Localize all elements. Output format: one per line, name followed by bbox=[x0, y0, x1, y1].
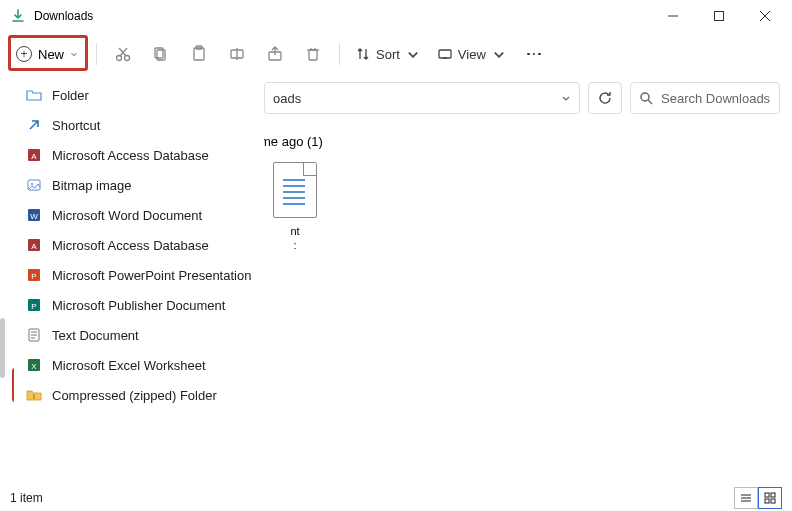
sort-icon bbox=[356, 47, 370, 61]
menu-item-shortcut[interactable]: Shortcut bbox=[14, 110, 264, 140]
refresh-button[interactable] bbox=[588, 82, 622, 114]
svg-text:P: P bbox=[31, 272, 36, 281]
svg-line-7 bbox=[119, 48, 126, 56]
download-icon bbox=[10, 8, 26, 24]
close-button[interactable] bbox=[742, 0, 788, 32]
view-icon bbox=[438, 47, 452, 61]
search-placeholder: Search Downloads bbox=[661, 91, 770, 106]
minimize-button[interactable] bbox=[650, 0, 696, 32]
menu-item-excel[interactable]: X Microsoft Excel Worksheet bbox=[14, 350, 264, 380]
svg-rect-39 bbox=[33, 394, 35, 399]
menu-item-label: Shortcut bbox=[52, 118, 100, 133]
svg-rect-54 bbox=[771, 499, 775, 503]
more-button[interactable] bbox=[516, 37, 552, 71]
nav-scrollbar[interactable] bbox=[0, 318, 5, 378]
paste-button[interactable] bbox=[181, 37, 217, 71]
view-toggles bbox=[734, 487, 782, 509]
address-bar[interactable]: oads bbox=[264, 82, 580, 114]
menu-item-label: Microsoft Publisher Document bbox=[52, 298, 225, 313]
search-input[interactable]: Search Downloads bbox=[630, 82, 780, 114]
shortcut-icon bbox=[26, 117, 42, 133]
image-icon bbox=[26, 177, 42, 193]
svg-text:P: P bbox=[31, 302, 36, 311]
svg-point-4 bbox=[117, 56, 122, 61]
document-icon bbox=[273, 162, 317, 218]
publisher-icon: P bbox=[26, 297, 42, 313]
folder-icon bbox=[26, 87, 42, 103]
sort-label: Sort bbox=[376, 47, 400, 62]
menu-item-label: Microsoft Word Document bbox=[52, 208, 202, 223]
details-view-toggle[interactable] bbox=[734, 487, 758, 509]
zip-icon bbox=[26, 387, 42, 403]
menu-item-text[interactable]: Text Document bbox=[14, 320, 264, 350]
cut-button[interactable] bbox=[105, 37, 141, 71]
svg-point-40 bbox=[641, 93, 649, 101]
menu-item-label: Microsoft Access Database bbox=[52, 238, 209, 253]
title-bar: Downloads bbox=[0, 0, 792, 32]
text-icon bbox=[26, 327, 42, 343]
delete-button[interactable] bbox=[295, 37, 331, 71]
svg-rect-1 bbox=[715, 12, 724, 21]
menu-item-label: Folder bbox=[52, 88, 89, 103]
menu-item-label: Microsoft Access Database bbox=[52, 148, 209, 163]
rename-button[interactable] bbox=[219, 37, 255, 71]
maximize-button[interactable] bbox=[696, 0, 742, 32]
access-icon: A bbox=[26, 237, 42, 253]
share-button[interactable] bbox=[257, 37, 293, 71]
svg-point-24 bbox=[31, 183, 33, 185]
svg-rect-10 bbox=[194, 48, 204, 60]
menu-item-zip[interactable]: Compressed (zipped) Folder bbox=[14, 380, 264, 410]
svg-rect-51 bbox=[765, 493, 769, 497]
toolbar: + New Sort View bbox=[0, 32, 792, 76]
status-bar: 1 item bbox=[0, 485, 792, 511]
chevron-down-icon bbox=[406, 47, 420, 61]
powerpoint-icon: P bbox=[26, 267, 42, 283]
new-menu: Folder Shortcut A Microsoft Access Datab… bbox=[14, 80, 264, 410]
highlight-new-button bbox=[8, 35, 88, 71]
view-button[interactable]: View bbox=[430, 37, 514, 71]
menu-item-label: Compressed (zipped) Folder bbox=[52, 388, 217, 403]
chevron-down-icon[interactable] bbox=[561, 93, 571, 103]
menu-item-folder[interactable]: Folder bbox=[14, 80, 264, 110]
svg-text:A: A bbox=[31, 242, 37, 251]
svg-point-5 bbox=[125, 56, 130, 61]
menu-item-access[interactable]: A Microsoft Access Database bbox=[14, 140, 264, 170]
menu-item-publisher[interactable]: P Microsoft Publisher Document bbox=[14, 290, 264, 320]
menu-item-label: Text Document bbox=[52, 328, 139, 343]
menu-item-bitmap[interactable]: Bitmap image bbox=[14, 170, 264, 200]
svg-text:X: X bbox=[31, 362, 37, 371]
svg-rect-52 bbox=[771, 493, 775, 497]
menu-item-access[interactable]: A Microsoft Access Database bbox=[14, 230, 264, 260]
svg-text:W: W bbox=[30, 212, 38, 221]
menu-item-label: Bitmap image bbox=[52, 178, 131, 193]
svg-line-6 bbox=[120, 48, 127, 56]
excel-icon: X bbox=[26, 357, 42, 373]
address-path: oads bbox=[273, 91, 301, 106]
icons-view-toggle[interactable] bbox=[758, 487, 782, 509]
svg-text:A: A bbox=[31, 152, 37, 161]
svg-line-41 bbox=[648, 100, 652, 104]
menu-item-word[interactable]: W Microsoft Word Document bbox=[14, 200, 264, 230]
file-item[interactable]: nt: bbox=[260, 162, 330, 253]
menu-item-powerpoint[interactable]: P Microsoft PowerPoint Presentation bbox=[14, 260, 264, 290]
view-label: View bbox=[458, 47, 486, 62]
word-icon: W bbox=[26, 207, 42, 223]
sort-button[interactable]: Sort bbox=[348, 37, 428, 71]
file-name: nt: bbox=[290, 224, 299, 253]
svg-rect-15 bbox=[309, 50, 317, 60]
status-item-count: 1 item bbox=[10, 491, 43, 505]
window-title: Downloads bbox=[34, 9, 650, 23]
menu-item-label: Microsoft Excel Worksheet bbox=[52, 358, 206, 373]
copy-button[interactable] bbox=[143, 37, 179, 71]
group-header[interactable]: me ago (1) bbox=[260, 134, 323, 149]
menu-item-label: Microsoft PowerPoint Presentation bbox=[52, 268, 251, 283]
separator bbox=[339, 43, 340, 65]
search-icon bbox=[639, 91, 653, 105]
chevron-down-icon bbox=[492, 47, 506, 61]
access-icon: A bbox=[26, 147, 42, 163]
svg-rect-19 bbox=[439, 50, 451, 58]
svg-rect-53 bbox=[765, 499, 769, 503]
separator bbox=[96, 43, 97, 65]
